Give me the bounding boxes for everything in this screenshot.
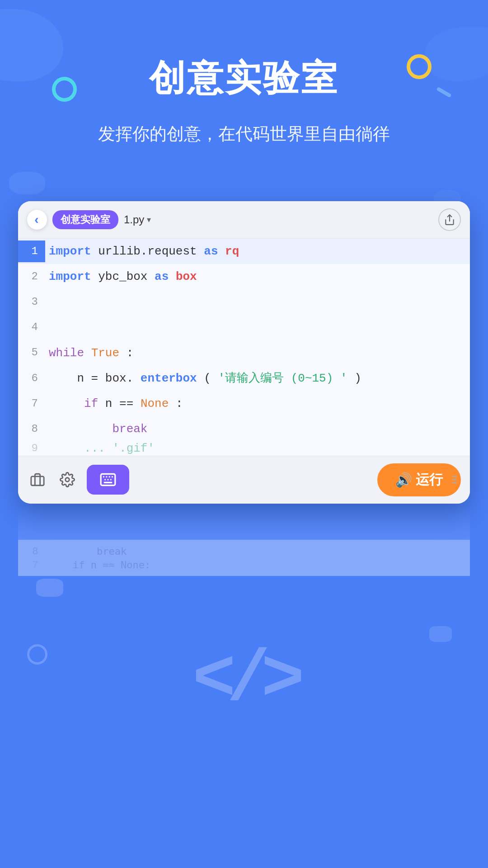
line-content-2: import ybc_box as box bbox=[45, 265, 470, 288]
line-content-7: if n == None : bbox=[45, 392, 470, 415]
line-content-1: import urllib.request as rq bbox=[45, 240, 470, 263]
deco-circle-yellow bbox=[407, 54, 432, 79]
line-content-4 bbox=[45, 316, 470, 340]
card-toolbar: 创意实验室 1.py ▾ bbox=[18, 201, 470, 239]
editor-bottom: 🔊 运行 bbox=[18, 456, 470, 504]
code-line-9: 9 ... '.gif' bbox=[18, 442, 470, 456]
code-bracket-icon: </> bbox=[192, 639, 296, 721]
code-line-5: 5 while True : bbox=[18, 340, 470, 366]
line-num-3: 3 bbox=[18, 293, 45, 311]
line-num-1: 1 bbox=[18, 241, 45, 263]
scroll-indicator bbox=[448, 473, 461, 486]
line-content-8: break bbox=[45, 417, 470, 441]
share-button[interactable] bbox=[438, 208, 461, 231]
file-selector[interactable]: 1.py ▾ bbox=[124, 213, 151, 226]
reflection-card: 8 break 7 if n == None: bbox=[18, 504, 470, 576]
dropdown-arrow-icon: ▾ bbox=[147, 215, 151, 225]
line-num-2: 2 bbox=[18, 268, 45, 286]
editor-card-area: 创意实验室 1.py ▾ 1 import bbox=[18, 201, 470, 504]
svg-rect-1 bbox=[31, 476, 44, 486]
run-icon: 🔊 bbox=[395, 472, 412, 488]
reflection-area: 8 break 7 if n == None: bbox=[18, 504, 470, 594]
line-content-6: n = box. enterbox ( '请输入编号 (0~15) ' ) bbox=[45, 367, 470, 390]
code-line-2: 2 import ybc_box as box bbox=[18, 264, 470, 289]
editor-card: 创意实验室 1.py ▾ 1 import bbox=[18, 201, 470, 504]
line-num-4: 4 bbox=[18, 318, 45, 337]
header-section: 创意实验室 发挥你的创意，在代码世界里自由徜徉 bbox=[0, 0, 488, 147]
code-line-3: 3 bbox=[18, 289, 470, 315]
code-line-6: 6 n = box. enterbox ( '请输入编号 (0~15) ' ) bbox=[18, 366, 470, 391]
svg-point-2 bbox=[66, 478, 70, 482]
keyboard-button[interactable] bbox=[87, 465, 129, 495]
code-line-8: 8 break bbox=[18, 416, 470, 442]
toolbar-left: 创意实验室 1.py ▾ bbox=[27, 210, 151, 230]
run-label: 运行 bbox=[416, 471, 443, 489]
page-subtitle: 发挥你的创意，在代码世界里自由徜徉 bbox=[0, 121, 488, 147]
bottom-section: </> bbox=[0, 594, 488, 721]
code-line-7: 7 if n == None : bbox=[18, 391, 470, 416]
code-line-1: 1 import urllib.request as rq bbox=[18, 239, 470, 264]
line-content-5: while True : bbox=[45, 341, 470, 365]
line-num-7: 7 bbox=[18, 395, 45, 413]
line-num-8: 8 bbox=[18, 420, 45, 439]
file-tab-label: 创意实验室 bbox=[52, 210, 118, 229]
back-button[interactable] bbox=[27, 210, 47, 230]
line-content-3 bbox=[45, 290, 470, 314]
settings-icon-button[interactable] bbox=[57, 469, 78, 490]
code-editor[interactable]: 1 import urllib.request as rq 2 import y… bbox=[18, 239, 470, 456]
line-num-6: 6 bbox=[18, 369, 45, 388]
line-num-5: 5 bbox=[18, 344, 45, 362]
line-num-9: 9 bbox=[18, 442, 45, 456]
code-line-4: 4 bbox=[18, 315, 470, 340]
file-name: 1.py bbox=[124, 213, 144, 226]
briefcase-icon-button[interactable] bbox=[27, 469, 48, 490]
deco-circle-cyan bbox=[52, 77, 77, 102]
line-content-9: ... '.gif' bbox=[45, 442, 470, 456]
